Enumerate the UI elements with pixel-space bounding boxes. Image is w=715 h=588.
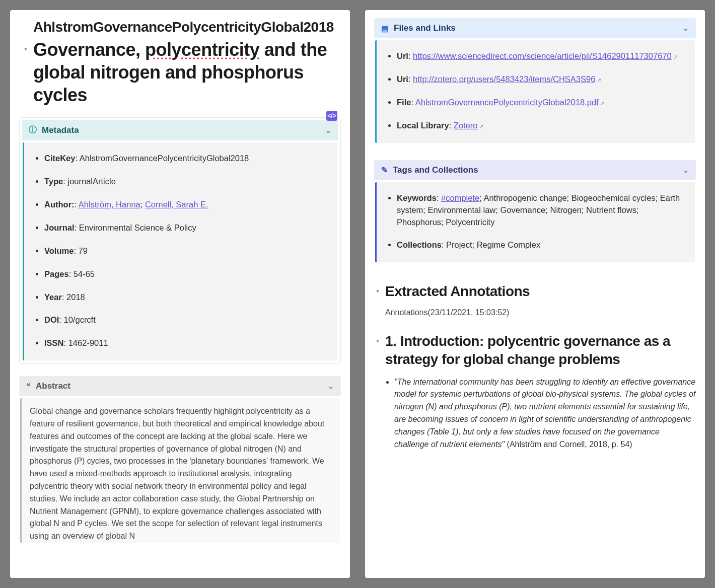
files-list: Url: https://www.sciencedirect.com/scien… [386,50,686,132]
callout-abstract-header[interactable]: ❝ Abstract ⌄ [19,376,341,396]
annotations-timestamp: Annotations(23/11/2021, 15:03:52) [385,308,696,317]
local-library-link[interactable]: Zotero [454,121,484,130]
callout-files-header[interactable]: ▤ Files and Links ⌄ [374,18,696,38]
callout-tags-header[interactable]: ✎ Tags and Collections ⌄ [374,160,696,180]
callout-title: Abstract [36,381,70,391]
callout-title: Files and Links [394,23,456,33]
callout-metadata-header[interactable]: ⓘ Metadata ⌄ [22,120,338,140]
callout-files: ▤ Files and Links ⌄ Url: https://www.sci… [374,18,696,143]
info-icon: ⓘ [29,125,37,135]
breadcrumb: AhlstromGovernancePolycentricityGlobal20… [19,15,341,36]
callout-tags: ✎ Tags and Collections ⌄ Keywords: #comp… [374,160,696,263]
fold-caret-icon[interactable]: ▾ [376,337,379,344]
callout-title: Tags and Collections [393,165,478,175]
url-link[interactable]: https://www.sciencedirect.com/science/ar… [413,51,678,60]
chevron-down-icon: ⌄ [328,382,334,390]
annotation-quote: "The international community has been st… [394,376,696,451]
heading-extracted-annotations: Extracted Annotations [385,282,696,301]
author-link-1[interactable]: Ahlström, Hanna [79,200,140,209]
chevron-down-icon: ⌄ [325,126,331,134]
annotation-quote-list: "The international community has been st… [374,376,696,451]
tag-link[interactable]: #complete [441,193,479,202]
quote-icon: ❝ [26,382,31,391]
chevron-down-icon: ⌄ [683,166,689,174]
metadata-list: CiteKey: AhlstromGovernancePolycentricit… [33,153,328,349]
fold-caret-icon[interactable]: ▾ [376,287,379,295]
left-pane: AhlstromGovernancePolycentricityGlobal20… [10,10,350,578]
file-link[interactable]: AhlstromGovernancePolycentricityGlobal20… [415,98,605,107]
code-block-icon[interactable]: </> [326,111,337,121]
callout-abstract: ❝ Abstract ⌄ Global change and governanc… [19,376,341,543]
uri-link[interactable]: http://zotero.org/users/5483423/items/CH… [413,75,601,84]
abstract-text: Global change and governance scholars fr… [30,405,332,543]
heading-introduction: 1. Introduction: polycentric governance … [385,332,696,369]
callout-title: Metadata [42,125,79,135]
author-link-2[interactable]: Cornell, Sarah E. [145,200,208,209]
right-pane: ▤ Files and Links ⌄ Url: https://www.sci… [365,10,705,578]
callout-metadata: </> ⓘ Metadata ⌄ CiteKey: AhlstromGovern… [19,117,341,364]
chevron-down-icon: ⌄ [683,24,689,32]
note-icon: ▤ [381,24,389,33]
tags-list: Keywords: #complete; Anthropogenic chang… [386,192,686,252]
page-title: Governance, polycentricity and the globa… [33,38,341,106]
pencil-icon: ✎ [381,165,388,175]
fold-caret-icon[interactable]: ▾ [24,45,27,52]
